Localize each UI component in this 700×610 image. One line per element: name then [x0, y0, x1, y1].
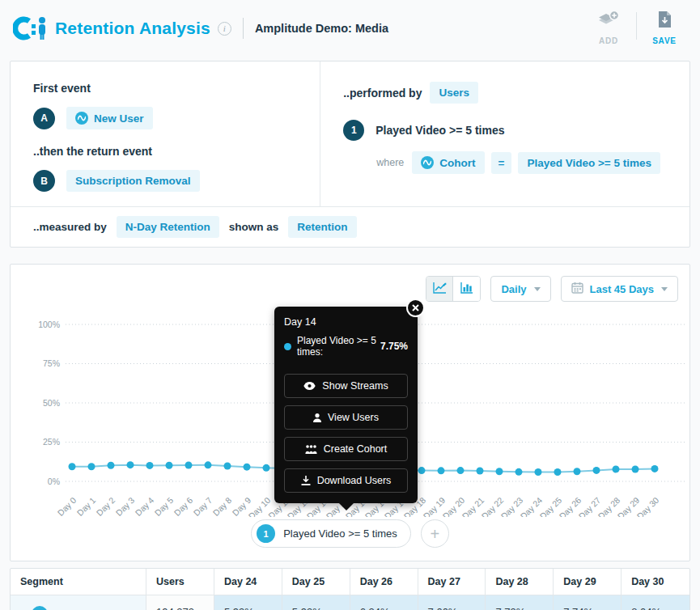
tooltip-action-view-users[interactable]: View Users	[284, 405, 408, 430]
chart-point[interactable]	[632, 465, 639, 472]
table-header-cell: Segment	[11, 569, 146, 595]
users-cell: 194,373	[146, 595, 214, 610]
chart-point[interactable]	[457, 467, 465, 474]
info-icon[interactable]: i	[218, 22, 231, 36]
interval-value: Daily	[501, 283, 526, 295]
retention-value-cell: 7.00%	[418, 595, 486, 610]
chart-point[interactable]	[477, 468, 484, 475]
return-event-name: Subscription Removal	[75, 175, 191, 187]
project-name: Amplitude Demo: Media	[255, 22, 388, 35]
shown-as-chip[interactable]: Retention	[288, 216, 356, 238]
measured-by-chip[interactable]: N-Day Retention	[117, 216, 219, 238]
tooltip-action-label: Download Users	[317, 475, 392, 486]
chart-point[interactable]	[438, 467, 445, 474]
tooltip-action-label: Create Cohort	[324, 443, 388, 455]
retention-value-cell: 8.04%	[622, 595, 689, 610]
performed-by-chip[interactable]: Users	[430, 82, 478, 104]
chart-tooltip: Day 14 Played Video >= 5 times: 7.75% Sh…	[274, 307, 418, 503]
performed-by-value: Users	[439, 87, 469, 99]
eye-icon	[303, 382, 316, 390]
legend-series-pill[interactable]: 1 Played Video >= 5 times	[251, 519, 411, 548]
chart-point[interactable]	[69, 463, 76, 470]
x-axis-label: Day 4	[134, 495, 156, 517]
table-row: ▸1Played Video >= 5 t...194,3735.93%5.93…	[11, 595, 689, 610]
chart-point[interactable]	[224, 462, 231, 469]
bar-chart-toggle[interactable]	[453, 277, 480, 301]
chart-legend: 1 Played Video >= 5 times +	[11, 519, 689, 548]
tooltip-series-label: Played Video >= 5 times:	[297, 335, 377, 358]
chart-point[interactable]	[651, 465, 659, 472]
calendar-icon	[571, 282, 583, 296]
tooltip-title: Day 14	[284, 316, 408, 328]
bar-chart-icon	[460, 282, 473, 297]
chart-point[interactable]	[496, 468, 503, 475]
first-event-chip[interactable]: New User	[66, 107, 153, 129]
chart-panel: Daily Last 45 Days 0%25%50%75%100%Day 0D…	[10, 264, 690, 561]
download-icon	[301, 476, 311, 485]
cohort-icon	[305, 445, 317, 454]
query-builder-panel: First event A New User ..then the return…	[10, 61, 690, 248]
table-header-cell: Day 25	[282, 569, 350, 595]
event-source-icon	[75, 112, 88, 125]
chart-point[interactable]	[574, 468, 581, 475]
measured-by-label: ..measured by	[33, 221, 107, 233]
chart-point[interactable]	[88, 463, 95, 470]
y-axis-label: 25%	[43, 437, 60, 447]
tooltip-action-show-streams[interactable]: Show Streams	[284, 374, 408, 398]
tooltip-series-row: Played Video >= 5 times: 7.75%	[284, 335, 408, 366]
where-property: Cohort	[439, 157, 475, 169]
add-button[interactable]: ADD	[588, 11, 630, 45]
x-axis-label: Day 5	[153, 495, 176, 517]
return-event-chip[interactable]: Subscription Removal	[66, 170, 200, 192]
chart-point[interactable]	[613, 466, 620, 473]
first-event-name: New User	[94, 112, 144, 125]
line-chart-toggle[interactable]	[426, 277, 453, 301]
x-axis-label: Day 6	[172, 495, 195, 517]
chart-point[interactable]	[535, 468, 542, 476]
segment-badge: 1	[343, 120, 364, 141]
retention-value-cell: 7.73%	[486, 595, 554, 610]
chart-point[interactable]	[515, 468, 523, 476]
chart-point[interactable]	[418, 467, 426, 474]
x-axis-label: Day 8	[211, 495, 234, 517]
chart-point[interactable]	[108, 462, 115, 469]
app-header: Retention Analysis i Amplitude Demo: Med…	[0, 0, 700, 57]
user-icon	[313, 413, 321, 422]
chart-point[interactable]	[205, 461, 212, 468]
table-header-cell: Users	[146, 569, 214, 595]
y-axis-label: 100%	[38, 320, 60, 329]
legend-series-badge: 1	[257, 524, 275, 543]
chart-point[interactable]	[127, 461, 134, 468]
save-button[interactable]: SAVE	[643, 11, 685, 45]
performed-by-label: ..performed by	[343, 87, 422, 100]
tooltip-action-create-cohort[interactable]: Create Cohort	[284, 437, 408, 461]
x-axis-label: Day 30	[634, 495, 660, 517]
chart-point[interactable]	[244, 464, 251, 471]
chart-point[interactable]	[166, 462, 173, 469]
where-operator-chip[interactable]: =	[491, 152, 512, 174]
x-axis-label: Day 0	[56, 495, 78, 517]
where-value-chip[interactable]: Played Video >= 5 times	[518, 152, 660, 174]
chevron-down-icon	[534, 287, 541, 291]
save-button-label: SAVE	[652, 36, 677, 45]
chart-point[interactable]	[263, 464, 270, 472]
chart-point[interactable]	[146, 462, 154, 469]
add-segment-button[interactable]: +	[421, 519, 449, 548]
chevron-down-icon	[661, 287, 668, 291]
page-title: Retention Analysis	[55, 19, 210, 38]
segment-name: Played Video >= 5 times	[375, 124, 504, 137]
first-event-label: First event	[33, 82, 297, 95]
chart-point[interactable]	[185, 462, 193, 469]
cohort-property-icon	[421, 156, 434, 169]
retention-value-cell: 5.93%	[214, 595, 282, 610]
y-axis-label: 75%	[43, 358, 60, 368]
tooltip-action-download-users[interactable]: Download Users	[284, 468, 408, 493]
where-property-chip[interactable]: Cohort	[412, 151, 484, 174]
tooltip-close-button[interactable]	[406, 299, 425, 317]
segment-cell[interactable]: ▸1Played Video >= 5 t...	[11, 595, 146, 610]
chart-point[interactable]	[593, 467, 600, 474]
chart-point[interactable]	[554, 468, 562, 476]
close-icon	[412, 304, 419, 311]
table-header-row: SegmentUsersDay 24Day 25Day 26Day 27Day …	[11, 569, 689, 595]
retention-value-cell: 5.93%	[282, 595, 350, 610]
